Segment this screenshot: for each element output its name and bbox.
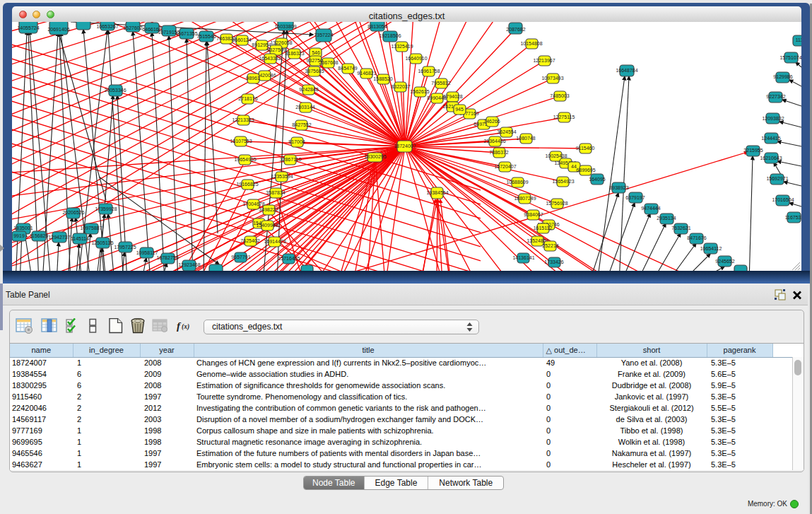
svg-text:15720407: 15720407	[494, 164, 516, 169]
svg-text:2087682: 2087682	[506, 27, 525, 32]
svg-text:19384554: 19384554	[426, 190, 448, 195]
svg-text:6899695: 6899695	[576, 168, 595, 173]
svg-text:12213967: 12213967	[533, 58, 555, 63]
svg-text:12505135: 12505135	[91, 240, 113, 245]
svg-text:20691406: 20691406	[47, 27, 69, 32]
svg-text:10975887: 10975887	[80, 226, 102, 230]
svg-text:817004: 817004	[288, 139, 305, 144]
svg-text:16648784: 16648784	[616, 68, 637, 73]
svg-text:3498222: 3498222	[259, 207, 278, 212]
svg-text:16210643: 16210643	[760, 156, 782, 160]
svg-text:2718176: 2718176	[238, 96, 257, 101]
svg-text:16961758: 16961758	[418, 69, 440, 74]
svg-text:7357224: 7357224	[314, 33, 333, 37]
svg-text:13654923: 13654923	[552, 179, 574, 184]
svg-text:9115460: 9115460	[576, 146, 595, 151]
svg-text:8660124: 8660124	[232, 37, 251, 42]
svg-text:8427552: 8427552	[292, 122, 311, 127]
svg-text:7886372: 7886372	[489, 150, 508, 155]
svg-text:8912954: 8912954	[252, 42, 271, 47]
svg-text:8938923: 8938923	[609, 185, 628, 190]
svg-text:7485003: 7485003	[550, 93, 569, 98]
svg-text:16782759: 16782759	[156, 255, 178, 260]
svg-text:15751074: 15751074	[779, 55, 801, 60]
svg-text:12213383: 12213383	[232, 117, 254, 122]
svg-text:111: 111	[796, 37, 801, 42]
svg-text:(x): (x)	[182, 323, 189, 331]
svg-text:1733426: 1733426	[544, 259, 563, 264]
svg-text:10688609: 10688609	[506, 180, 528, 185]
svg-text:14055724: 14055724	[17, 25, 39, 30]
svg-text:9327509: 9327509	[266, 47, 286, 52]
svg-text:15716485: 15716485	[278, 256, 300, 261]
svg-text:1588520: 1588520	[373, 76, 392, 81]
svg-text:17004678: 17004678	[242, 201, 264, 206]
svg-text:21364436: 21364436	[483, 139, 505, 144]
svg-text:18300295: 18300295	[364, 154, 386, 159]
svg-text:15409948: 15409948	[256, 223, 278, 228]
svg-text:14136141: 14136141	[512, 255, 534, 260]
svg-text:1167533: 1167533	[785, 215, 801, 220]
svg-text:18807249: 18807249	[514, 196, 536, 201]
svg-text:6794028: 6794028	[443, 94, 462, 99]
svg-text:1244415: 1244415	[761, 136, 780, 141]
svg-text:3624554: 3624554	[497, 129, 516, 134]
svg-text:9657791: 9657791	[231, 255, 250, 259]
svg-text:3875685: 3875685	[305, 69, 324, 74]
svg-text:546: 546	[312, 50, 320, 55]
svg-text:10653267: 10653267	[96, 24, 118, 29]
svg-text:10154808: 10154808	[520, 41, 542, 46]
svg-text:16107553: 16107553	[230, 139, 252, 144]
svg-text:f: f	[177, 320, 182, 332]
svg-text:8322037: 8322037	[391, 84, 410, 89]
svg-text:12353594: 12353594	[271, 174, 293, 179]
svg-text:8471676: 8471676	[687, 235, 706, 240]
svg-text:7632621: 7632621	[671, 226, 690, 230]
svg-text:17359928: 17359928	[95, 206, 117, 211]
svg-text:8186323: 8186323	[285, 51, 304, 56]
svg-text:3587834: 3587834	[266, 190, 285, 195]
svg-text:7955812: 7955812	[431, 81, 450, 86]
svg-text:9242848: 9242848	[299, 87, 318, 92]
svg-text:98961: 98961	[246, 76, 260, 81]
svg-text:2367608: 2367608	[319, 60, 338, 65]
svg-text:16640910: 16640910	[405, 56, 427, 61]
svg-text:12275115: 12275115	[553, 115, 575, 119]
svg-text:20053346: 20053346	[104, 88, 126, 93]
svg-text:1835001: 1835001	[13, 226, 33, 230]
svg-text:8454749: 8454749	[338, 66, 357, 71]
svg-text:15692971: 15692971	[766, 176, 788, 181]
svg-text:1145114: 1145114	[71, 236, 89, 241]
svg-text:9384067: 9384067	[524, 212, 543, 217]
svg-text:7625402: 7625402	[240, 238, 259, 243]
svg-text:945: 945	[455, 107, 464, 112]
svg-text:3215955: 3215955	[743, 148, 763, 153]
svg-text:9245652: 9245652	[715, 259, 734, 264]
svg-text:16914479: 16914479	[264, 239, 286, 244]
svg-text:10654112: 10654112	[700, 246, 722, 251]
svg-text:9474444: 9474444	[641, 206, 660, 211]
svg-text:10025438: 10025438	[545, 153, 567, 158]
svg-text:17957225: 17957225	[114, 245, 136, 250]
svg-text:19218506: 19218506	[379, 33, 401, 38]
svg-text:17016504: 17016504	[772, 197, 794, 202]
svg-text:8813054: 8813054	[367, 24, 387, 29]
svg-text:20206526: 20206526	[62, 210, 84, 215]
svg-text:15756928: 15756928	[546, 201, 567, 206]
svg-text:16033809: 16033809	[274, 24, 296, 29]
svg-text:12942737: 12942737	[48, 235, 70, 240]
svg-text:10973493: 10973493	[541, 76, 563, 81]
svg-text:19166825: 19166825	[236, 182, 258, 187]
svg-text:13325419: 13325419	[391, 44, 413, 49]
svg-text:9919: 9919	[13, 233, 25, 238]
svg-text:13226058: 13226058	[270, 40, 292, 45]
svg-text:1615112: 1615112	[534, 226, 553, 230]
svg-text:32867110: 32867110	[280, 157, 302, 162]
svg-text:7515546: 7515546	[196, 34, 216, 39]
svg-text:12093832: 12093832	[762, 116, 784, 121]
svg-text:1527602: 1527602	[123, 25, 142, 30]
svg-text:9129986: 9129986	[773, 74, 792, 79]
svg-text:746266: 746266	[483, 119, 500, 124]
svg-text:18724007: 18724007	[394, 144, 416, 148]
svg-text:16671355: 16671355	[175, 31, 197, 36]
